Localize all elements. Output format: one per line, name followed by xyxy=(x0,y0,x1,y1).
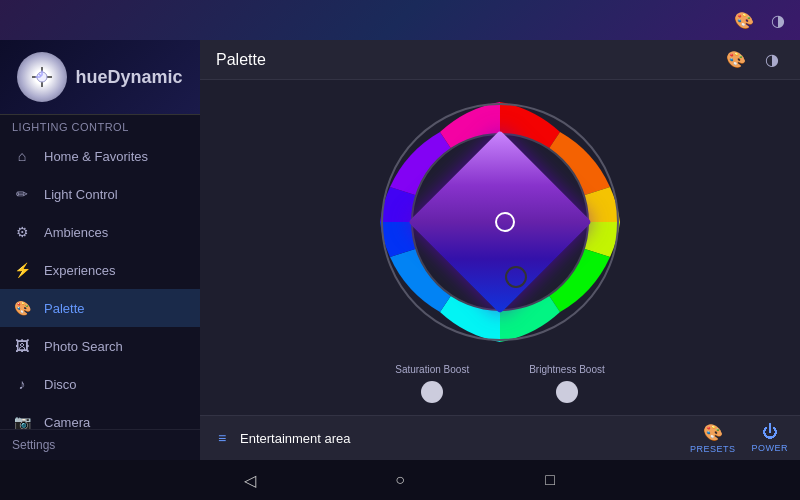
settings-label: Settings xyxy=(12,438,55,452)
color-selector-dark[interactable] xyxy=(505,266,527,288)
main-layout: hueDynamic Lighting Control ⌂Home & Favo… xyxy=(0,40,800,460)
top-bar: 🎨 ◑ xyxy=(0,0,800,40)
power-label: POWER xyxy=(751,443,788,453)
palette-label: Palette xyxy=(44,301,84,316)
light-control-label: Light Control xyxy=(44,187,118,202)
content-bottom: ≡ Entertainment area 🎨 PRESETS ⏻ POWER xyxy=(200,415,800,460)
sidebar-item-experiences[interactable]: ⚡Experiences xyxy=(0,251,200,289)
brightness-label: Brightness Boost xyxy=(529,364,605,375)
palette-icon: 🎨 xyxy=(12,298,32,318)
saturation-label: Saturation Boost xyxy=(395,364,469,375)
content-header: Palette 🎨 ◑ xyxy=(200,40,800,80)
recent-apps-button[interactable]: □ xyxy=(535,465,565,495)
camera-label: Camera xyxy=(44,415,90,430)
boost-controls: Saturation Boost Brightness Boost xyxy=(395,364,605,403)
sidebar-item-ambiences[interactable]: ⚙Ambiences xyxy=(0,213,200,251)
light-control-icon: ✏ xyxy=(12,184,32,204)
entertainment-label: Entertainment area xyxy=(240,431,690,446)
bottom-actions: 🎨 PRESETS ⏻ POWER xyxy=(690,423,788,454)
color-wheel-container[interactable] xyxy=(370,92,630,352)
brightness-boost: Brightness Boost xyxy=(529,364,605,403)
power-icon: ⏻ xyxy=(762,423,778,441)
android-navbar: ◁ ○ □ xyxy=(0,460,800,500)
presets-label: PRESETS xyxy=(690,444,736,454)
disco-icon: ♪ xyxy=(12,374,32,394)
brightness-circle[interactable] xyxy=(556,381,578,403)
sidebar-section-label: Lighting Control xyxy=(0,115,200,137)
content-area: Palette 🎨 ◑ xyxy=(200,40,800,460)
experiences-label: Experiences xyxy=(44,263,116,278)
sidebar-item-home[interactable]: ⌂Home & Favorites xyxy=(0,137,200,175)
ambiences-label: Ambiences xyxy=(44,225,108,240)
sidebar-settings[interactable]: Settings xyxy=(0,429,200,460)
sidebar-item-photo-search[interactable]: 🖼Photo Search xyxy=(0,327,200,365)
color-selector-white[interactable] xyxy=(495,212,515,232)
home-button[interactable]: ○ xyxy=(385,465,415,495)
sidebar-item-camera[interactable]: 📷Camera xyxy=(0,403,200,429)
disco-label: Disco xyxy=(44,377,77,392)
header-icons: 🎨 ◑ xyxy=(724,48,784,72)
entertainment-icon: ≡ xyxy=(212,428,232,448)
page-title: Palette xyxy=(216,51,266,69)
presets-button[interactable]: 🎨 PRESETS xyxy=(690,423,736,454)
photo-search-label: Photo Search xyxy=(44,339,123,354)
sidebar-item-palette[interactable]: 🎨Palette xyxy=(0,289,200,327)
app-name: hueDynamic xyxy=(75,67,182,88)
ambiences-icon: ⚙ xyxy=(12,222,32,242)
logo-icon xyxy=(17,52,67,102)
color-wheel-icon[interactable]: 🎨 xyxy=(724,48,748,72)
power-button[interactable]: ⏻ POWER xyxy=(751,423,788,453)
saturation-circle[interactable] xyxy=(421,381,443,403)
home-icon: ⌂ xyxy=(12,146,32,166)
saturation-boost: Saturation Boost xyxy=(395,364,469,403)
camera-icon: 📷 xyxy=(12,412,32,429)
sidebar: hueDynamic Lighting Control ⌂Home & Favo… xyxy=(0,40,200,460)
back-button[interactable]: ◁ xyxy=(235,465,265,495)
sidebar-nav: ⌂Home & Favorites✏Light Control⚙Ambience… xyxy=(0,137,200,429)
experiences-icon: ⚡ xyxy=(12,260,32,280)
contrast-icon[interactable]: ◑ xyxy=(766,8,790,32)
home-label: Home & Favorites xyxy=(44,149,148,164)
palette-icon[interactable]: 🎨 xyxy=(732,8,756,32)
sidebar-item-disco[interactable]: ♪Disco xyxy=(0,365,200,403)
photo-search-icon: 🖼 xyxy=(12,336,32,356)
presets-icon: 🎨 xyxy=(703,423,723,442)
app-logo: hueDynamic xyxy=(0,40,200,115)
sidebar-item-light-control[interactable]: ✏Light Control xyxy=(0,175,200,213)
brightness-icon[interactable]: ◑ xyxy=(760,48,784,72)
color-wheel-area: Saturation Boost Brightness Boost xyxy=(200,80,800,415)
